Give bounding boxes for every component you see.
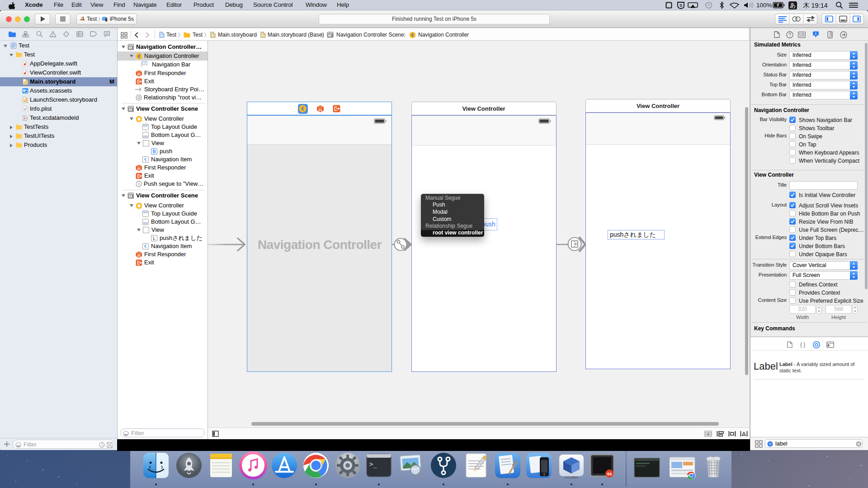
svg-text:>_: >_ [369,460,377,468]
svg-text:S: S [679,3,682,8]
svg-text:01: 01 [137,73,141,76]
svg-text:01: 01 [318,108,322,112]
svg-text:?: ? [788,33,791,38]
svg-text:01: 01 [137,167,141,170]
svg-text:B: B [152,149,156,154]
svg-text:L: L [153,236,156,241]
svg-text:01: 01 [137,254,141,257]
svg-text:64: 64 [607,472,612,476]
svg-text:VirtualBox: VirtualBox [564,476,579,479]
